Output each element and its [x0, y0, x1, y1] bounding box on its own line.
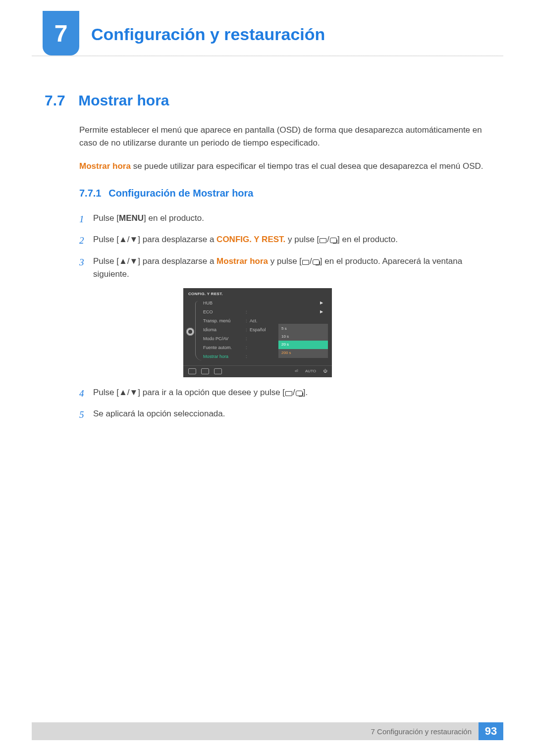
osd-submenu-item: 5 s [278, 325, 328, 333]
enter-icon [330, 238, 337, 243]
gear-icon [186, 328, 194, 336]
osd-arc-decoration [195, 301, 202, 360]
manual-page: 7 Configuración y restauración 7.7 Mostr… [0, 0, 535, 756]
down-icon [201, 368, 209, 374]
step-5: 5 Se aplicará la opción seleccionada. [79, 407, 485, 422]
body-content: Permite establecer el menú que aparece e… [79, 124, 485, 429]
step-number: 5 [79, 407, 93, 422]
osd-left-strip [186, 300, 194, 363]
section-title: Mostrar hora [78, 92, 169, 108]
step-3: 3 Pulse [▲/▼] para desplazarse a Mostrar… [79, 255, 485, 281]
osd-row-label: Mostrar hora [203, 353, 246, 360]
step-number: 3 [79, 255, 93, 281]
step-number: 2 [79, 233, 93, 248]
osd-title: CONFIG. Y REST. [188, 291, 223, 297]
osd-submenu: 5 s 10 s 20 s 200 s [278, 324, 328, 358]
config-rest-term: CONFIG. Y REST. [216, 235, 285, 244]
enter-icon [296, 391, 303, 396]
enter-icon [313, 259, 320, 265]
mostrar-hora-term: Mostrar hora [79, 161, 131, 171]
osd-row-label: Fuente autom. [203, 345, 246, 352]
steps-list-cont: 4 Pulse [▲/▼] para ir a la opción que de… [79, 386, 485, 422]
osd-row: ECO:▶ [203, 308, 327, 317]
intro-paragraph-1: Permite establecer el menú que aparece e… [79, 124, 485, 150]
step-number: 1 [79, 212, 93, 226]
step-text: Pulse [▲/▼] para desplazarse a Mostrar h… [93, 255, 485, 281]
chevron-right-icon: ▶ [320, 309, 323, 315]
osd-row-label: Transp. menú [203, 318, 246, 325]
step-1: 1 Pulse [MENU] en el producto. [79, 212, 485, 226]
header-divider [32, 55, 503, 56]
osd-bottom-right: ⏎ AUTO ⏻ [295, 368, 327, 374]
subsection-title: Configuración de Mostrar hora [108, 188, 253, 199]
back-icon [188, 368, 196, 374]
step-number: 4 [79, 386, 93, 401]
subsection-number: 7.7.1 [79, 188, 101, 199]
chevron-right-icon: ▶ [320, 300, 323, 306]
osd-submenu-item: 10 s [278, 333, 328, 341]
step-text: Se aplicará la opción seleccionada. [93, 407, 485, 422]
chapter-title: Configuración y restauración [91, 25, 325, 44]
power-icon: ⏻ [323, 368, 327, 374]
osd-row: HUB▶ [203, 299, 327, 308]
subsection-heading: 7.7.1 Configuración de Mostrar hora [79, 186, 485, 201]
step-text: Pulse [▲/▼] para ir a la opción que dese… [93, 386, 485, 401]
section-number: 7.7 [45, 92, 65, 108]
osd-row-label: HUB [203, 300, 246, 307]
menu-key: MENU [119, 213, 144, 223]
intro-paragraph-2: Mostrar hora se puede utilizar para espe… [79, 160, 485, 173]
source-icon [302, 260, 309, 265]
osd-row-label: ECO [203, 309, 246, 316]
step-text: Pulse [MENU] en el producto. [93, 212, 485, 226]
source-icon [285, 391, 292, 396]
up-icon [214, 368, 222, 374]
intro-paragraph-2-rest: se puede utilizar para especificar el ti… [131, 161, 483, 171]
step-4: 4 Pulse [▲/▼] para ir a la opción que de… [79, 386, 485, 401]
footer-breadcrumb: 7 Configuración y restauración [371, 727, 472, 736]
steps-list: 1 Pulse [MENU] en el producto. 2 Pulse [… [79, 212, 485, 281]
osd-submenu-item: 200 s [278, 349, 328, 357]
osd-row-label: Modo PC/AV [203, 336, 246, 343]
chapter-number-badge: 7 [43, 11, 79, 55]
osd-bottom-bar: ⏎ AUTO ⏻ [183, 365, 332, 377]
osd-row-label: Idioma [203, 327, 246, 334]
step-text: Pulse [▲/▼] para desplazarse a CONFIG. Y… [93, 233, 485, 248]
auto-label: AUTO [305, 368, 316, 374]
enter-icon: ⏎ [295, 368, 298, 374]
page-number: 93 [479, 722, 503, 740]
osd-nav-icons [188, 368, 222, 374]
source-icon [320, 238, 326, 243]
step-2: 2 Pulse [▲/▼] para desplazarse a CONFIG.… [79, 233, 485, 248]
mostrar-hora-term: Mostrar hora [216, 256, 268, 266]
section-heading: 7.7 Mostrar hora [45, 92, 490, 109]
osd-submenu-item-selected: 20 s [278, 341, 328, 349]
footer-bar: 7 Configuración y restauración 93 [32, 722, 503, 740]
chapter-header: 7 Configuración y restauración [32, 11, 503, 60]
osd-screenshot: CONFIG. Y REST. HUB▶ ECO:▶ Transp. menú:… [183, 288, 332, 377]
